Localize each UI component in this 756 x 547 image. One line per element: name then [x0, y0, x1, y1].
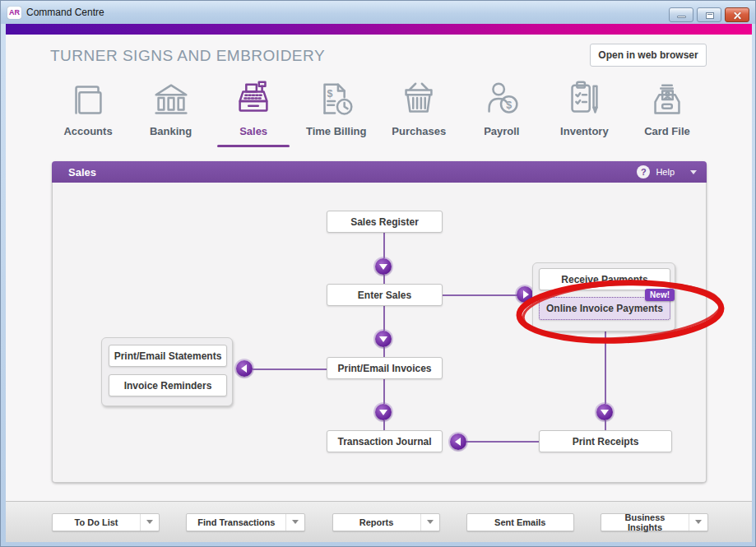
invoice-reminders-button[interactable]: Invoice Reminders [109, 374, 227, 396]
find-transactions-dropdown[interactable] [285, 514, 304, 531]
connector-line [383, 306, 385, 331]
print-email-statements-button[interactable]: Print/Email Statements [109, 345, 227, 367]
connector-line [383, 233, 385, 258]
bottom-toolbar: To Do List Find Transactions Reports Sen… [6, 501, 752, 542]
sales-register-button[interactable]: Sales Register [327, 211, 443, 233]
module-payroll[interactable]: $ Payroll [462, 78, 541, 151]
module-label: Purchases [392, 125, 446, 137]
reports-dropdown[interactable] [420, 514, 439, 531]
time-billing-icon: $ [314, 78, 359, 123]
payroll-icon: $ [480, 78, 524, 123]
sales-flowchart: Sales Register Enter Sales Receive Payme… [52, 183, 707, 483]
connector-line [383, 379, 385, 404]
receive-payments-button[interactable]: Receive Payments [539, 268, 670, 290]
module-label: Card File [644, 125, 690, 137]
module-label: Sales [239, 125, 267, 137]
panel-title: Sales [52, 166, 96, 178]
connector-line [253, 369, 327, 370]
module-nav: Accounts Banking [49, 78, 707, 151]
help-dropdown-caret-icon[interactable] [690, 170, 697, 174]
connector-line [383, 347, 385, 357]
module-label: Accounts [63, 125, 112, 137]
brand-gradient-strip [6, 24, 752, 35]
flow-arrow-down-icon [596, 404, 613, 420]
reports-button[interactable]: Reports [332, 513, 440, 531]
chevron-down-icon [292, 520, 299, 524]
connector-line [383, 420, 385, 430]
statements-group-box: Print/Email Statements Invoice Reminders [101, 337, 233, 406]
minimize-icon [677, 16, 686, 18]
help-icon[interactable]: ? [637, 165, 650, 178]
find-transactions-button[interactable]: Find Transactions [186, 513, 305, 531]
module-inventory[interactable]: Inventory [545, 78, 624, 151]
transaction-journal-button[interactable]: Transaction Journal [327, 430, 443, 452]
business-insights-dropdown[interactable] [689, 514, 707, 531]
flow-arrow-down-icon [375, 331, 392, 347]
module-label: Inventory [560, 125, 609, 137]
module-banking[interactable]: Banking [132, 78, 211, 151]
to-do-list-button[interactable]: To Do List [52, 513, 160, 531]
chevron-down-icon [695, 520, 702, 524]
flow-arrow-left-icon [236, 360, 253, 377]
connector-line [466, 441, 539, 443]
enter-sales-button[interactable]: Enter Sales [327, 284, 443, 306]
sent-emails-button[interactable]: Sent Emails [466, 513, 574, 531]
folder-icon [66, 78, 110, 123]
command-centre-window: AR Command Centre TURNER SIGNS AND EMBRO… [0, 0, 756, 547]
module-accounts[interactable]: Accounts [49, 78, 128, 151]
to-do-list-dropdown[interactable] [140, 514, 159, 531]
flow-arrow-left-icon [450, 433, 466, 450]
app-logo-icon: AR [7, 7, 21, 19]
active-module-underline [217, 145, 290, 147]
close-button[interactable] [725, 7, 749, 22]
sales-panel-header: Sales ? Help [52, 161, 707, 183]
module-purchases[interactable]: Purchases [379, 78, 458, 151]
new-badge: New! [645, 289, 675, 301]
inventory-icon [562, 78, 606, 123]
flow-arrow-right-icon [517, 286, 533, 303]
window-title: Command Centre [26, 7, 104, 18]
maximize-button[interactable] [697, 7, 721, 22]
connector-line [605, 331, 606, 404]
payments-group-box: Receive Payments Online Invoice Payments… [532, 262, 675, 331]
module-label: Time Billing [306, 125, 366, 137]
title-bar: AR Command Centre [1, 1, 755, 24]
bank-icon [149, 78, 193, 123]
company-name: TURNER SIGNS AND EMBROIDERY [50, 47, 325, 65]
flow-arrow-down-icon [375, 258, 392, 275]
basket-icon [397, 78, 441, 123]
module-label: Banking [150, 125, 192, 137]
print-email-invoices-button[interactable]: Print/Email Invoices [327, 357, 443, 379]
svg-text:$: $ [327, 88, 332, 100]
cash-register-icon [231, 78, 276, 123]
module-sales-active[interactable]: Sales [214, 78, 293, 151]
help-cluster: ? Help [637, 161, 697, 183]
card-file-icon [645, 78, 689, 123]
chevron-down-icon [427, 520, 434, 524]
print-receipts-button[interactable]: Print Receipts [539, 430, 672, 452]
connector-line [383, 275, 385, 284]
connector-line [605, 420, 606, 430]
help-label[interactable]: Help [656, 167, 675, 177]
minimize-button[interactable] [669, 7, 693, 22]
window-controls [669, 7, 749, 22]
svg-text:$: $ [506, 100, 512, 111]
maximize-icon [706, 12, 714, 19]
module-label: Payroll [484, 125, 519, 137]
flow-arrow-down-icon [375, 404, 392, 420]
module-card-file[interactable]: Card File [628, 78, 707, 151]
open-in-web-browser-button[interactable]: Open in web browser [590, 44, 707, 67]
business-insights-button[interactable]: Business Insights [601, 513, 708, 531]
module-time-billing[interactable]: $ Time Billing [297, 78, 376, 151]
sales-panel: Sales ? Help [52, 161, 707, 483]
chevron-down-icon [146, 520, 153, 524]
